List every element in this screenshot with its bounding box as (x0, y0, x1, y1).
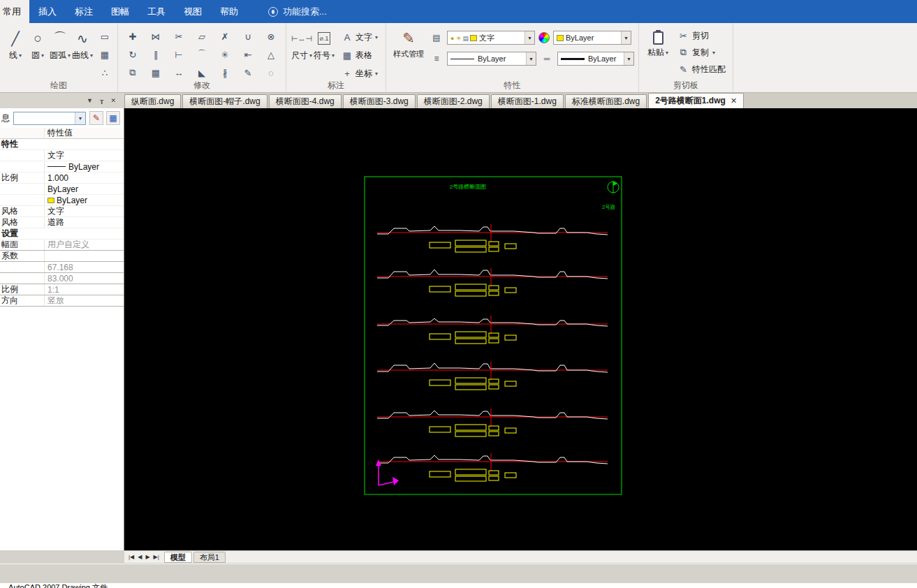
property-value[interactable]: 文字 (45, 150, 124, 161)
polygon-tool[interactable]: △ (261, 45, 281, 64)
selection-filter-combo[interactable]: ▼ (13, 112, 86, 125)
explode-tool[interactable]: ✳ (214, 45, 235, 64)
close-tab-icon[interactable]: ✕ (731, 96, 737, 105)
chevron-down-icon[interactable]: ▼ (526, 52, 536, 65)
prev-tab-arrow[interactable]: ◀ (136, 554, 143, 560)
region-tool[interactable]: ⊗ (261, 27, 281, 45)
doc-tab-1[interactable]: 纵断面.dwg (124, 94, 181, 108)
menu-tab-7[interactable]: 帮助 (211, 0, 247, 23)
layer-state-icon[interactable]: ▤ (430, 31, 443, 45)
property-value[interactable]: 特性值 (45, 128, 124, 138)
fillet-tool[interactable]: ⌒ (191, 45, 212, 64)
property-value[interactable]: 1.000 (45, 172, 124, 183)
property-label: 比例 (0, 172, 45, 183)
ground-profile (377, 363, 608, 372)
chevron-down-icon[interactable]: ▼ (524, 31, 534, 44)
property-value[interactable]: ByLayer (45, 195, 124, 205)
property-value[interactable]: 竖放 (45, 295, 124, 306)
property-label: 幅面 (0, 240, 45, 250)
arc-tool[interactable]: ⌒圆弧▾ (49, 26, 71, 61)
menu-tab-5[interactable]: 工具 (138, 0, 175, 23)
text-tool[interactable]: A文字▾ (338, 29, 381, 45)
cut-button[interactable]: ✂剪切 (675, 28, 728, 43)
erase-tool[interactable]: ✗ (214, 27, 235, 45)
doc-tab-6[interactable]: 横断面图-1.dwg (491, 94, 564, 108)
line-tool[interactable]: ╱线▾ (4, 26, 27, 61)
symbol-tool[interactable]: ⌀.1符号▾ (313, 26, 335, 61)
property-value[interactable]: 1:1 (45, 284, 124, 295)
toggle-value-icon[interactable]: ▦ (106, 111, 120, 125)
linetype-list-icon[interactable]: ≡ (430, 52, 443, 66)
match-properties-button[interactable]: ✎特性匹配 (675, 61, 728, 77)
mirror-tool[interactable]: ⋈ (145, 27, 166, 45)
doc-tab-8[interactable]: 2号路横断面1.dwg✕ (648, 93, 744, 108)
rotate-tool[interactable]: ↻ (122, 45, 143, 64)
layer-combo[interactable]: ●☀▤ 文字 ▼ (447, 31, 535, 45)
paste-button[interactable]: 粘贴▾ (643, 26, 673, 59)
doc-tab-7[interactable]: 标准横断面图.dwg (565, 94, 647, 108)
copy-button[interactable]: ⧉复制▾ (675, 45, 728, 60)
property-value[interactable]: 用户自定义 (45, 240, 124, 250)
menu-tab-2[interactable]: 插入 (29, 0, 66, 23)
doc-tab-5[interactable]: 横断面图-2.dwg (417, 94, 490, 108)
feature-search[interactable]: 功能搜索... (268, 0, 327, 23)
chevron-down-icon[interactable]: ▼ (75, 112, 85, 124)
move-tool[interactable]: ✚ (122, 27, 143, 45)
trim-tool[interactable]: ✂ (168, 27, 189, 45)
doc-tab-3[interactable]: 横断面图-4.dwg (269, 94, 342, 108)
lineweight-combo[interactable]: ByLayer ▼ (557, 52, 634, 66)
data-block-3 (455, 432, 486, 436)
dimension-tool[interactable]: ⊢↔⊣尺寸▾ (291, 26, 313, 61)
palette-close-icon[interactable]: ✕ (110, 97, 116, 104)
layout-tab-1[interactable]: 模型 (164, 552, 192, 563)
style-manager-button[interactable]: ✎ 样式管理 (390, 26, 427, 58)
lengthen-tool[interactable]: ⇤ (237, 45, 258, 64)
layer-color-swatch (470, 35, 477, 41)
property-value[interactable]: 83.000 (45, 273, 124, 284)
menu-tab-3[interactable]: 标注 (66, 0, 102, 23)
scale-tool[interactable]: ▱ (191, 27, 212, 45)
palette-pin-icon[interactable]: ┰ (100, 97, 103, 104)
chevron-down-icon[interactable]: ▼ (621, 31, 631, 44)
ucs-icon (376, 460, 399, 485)
linetype-combo[interactable]: ByLayer ▼ (447, 52, 536, 66)
doc-tab-2[interactable]: 横断面图-帽子.dwg (182, 94, 267, 108)
style-manager-label: 样式管理 (393, 50, 424, 58)
property-value[interactable]: 67.168 (45, 262, 124, 272)
property-value[interactable]: 文字 (45, 206, 124, 216)
hatch-tool[interactable]: ▦ (96, 45, 113, 64)
quick-select-icon[interactable]: ✎ (89, 111, 103, 125)
chevron-down-icon[interactable]: ▼ (624, 52, 633, 65)
layer-print-icon: ▤ (463, 35, 469, 42)
last-tab-arrow[interactable]: ▶| (152, 554, 161, 560)
cross-section-2 (377, 268, 608, 296)
model-canvas[interactable]: 2号路横断面图2号路 (124, 108, 917, 550)
property-value[interactable] (45, 251, 124, 261)
color-wheel-icon[interactable] (538, 32, 550, 43)
property-value[interactable]: 道路 (45, 217, 124, 228)
data-block-3 (455, 385, 486, 390)
color-combo[interactable]: ByLayer ▼ (553, 31, 631, 45)
table-tool[interactable]: ▦表格 (338, 47, 381, 64)
curve-tool[interactable]: ∿曲线▾ (71, 26, 94, 61)
properties-grid: 特性值特性文字ByLayer比例1.000ByLayerByLayer风格文字风… (0, 128, 124, 307)
lineweight-icon[interactable]: ═ (540, 52, 554, 66)
ribbon-group-clipboard: 粘贴▾ ✂剪切⧉复制▾✎特性匹配 剪切板 (639, 23, 733, 92)
rectangle-tool[interactable]: ▭ (96, 27, 113, 45)
offset-tool[interactable]: ∥ (145, 45, 166, 64)
first-tab-arrow[interactable]: |◀ (127, 554, 135, 560)
property-value[interactable]: ByLayer (45, 161, 124, 172)
menu-tab-6[interactable]: 视图 (175, 0, 211, 23)
circle-tool[interactable]: ○圆▾ (27, 26, 49, 61)
property-value[interactable]: ByLayer (45, 184, 124, 194)
menu-tab-1[interactable]: 常用 (0, 0, 29, 23)
property-label (0, 184, 45, 194)
next-tab-arrow[interactable]: ▶ (144, 554, 151, 560)
extend-tool[interactable]: ⊢ (168, 45, 189, 64)
menu-tab-4[interactable]: 图幅 (102, 0, 138, 23)
layer-on-bulb-icon: ● (450, 35, 454, 42)
palette-menu-icon[interactable]: ▼ (87, 97, 93, 104)
layout-tab-2[interactable]: 布局1 (193, 552, 226, 563)
doc-tab-4[interactable]: 横断面图-3.dwg (343, 94, 416, 108)
join-tool[interactable]: ∪ (237, 27, 258, 45)
